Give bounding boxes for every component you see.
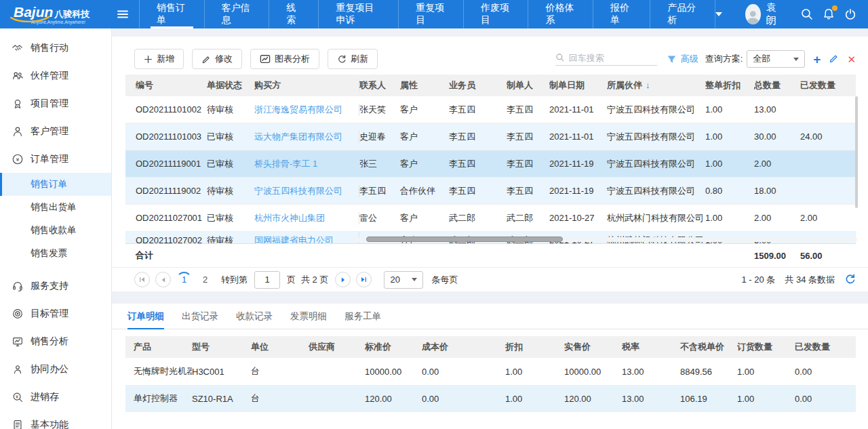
col-header[interactable]: 总数量: [754, 79, 800, 91]
prev-page-button[interactable]: [155, 272, 171, 287]
sidebar-item-sales-action[interactable]: 销售行动: [0, 34, 111, 62]
tab-shipment-record[interactable]: 出货记录: [182, 310, 218, 329]
col-header[interactable]: 已发数量: [800, 79, 856, 91]
page-size-select[interactable]: 20: [384, 271, 423, 289]
goto-page-input[interactable]: [254, 271, 280, 289]
filter-funnel-icon[interactable]: [667, 54, 677, 64]
first-page-icon: [138, 276, 146, 283]
col-header[interactable]: 联系人: [359, 79, 400, 91]
tab-order-detail[interactable]: 订单明细: [127, 310, 164, 329]
last-page-button[interactable]: [356, 272, 372, 287]
page-number[interactable]: 2: [197, 272, 213, 287]
sidebar-item-sales-order[interactable]: 销售订单: [0, 173, 111, 196]
scheme-select[interactable]: 全部: [747, 50, 805, 68]
col-header-sorted[interactable]: 所属伙伴↓: [607, 79, 705, 91]
sidebar-item-service-support[interactable]: 服务支持: [0, 272, 111, 300]
order-row[interactable]: OD20211027001已审核杭州市火神山集团雷公客户武二郎武二郎2021-1…: [125, 205, 856, 232]
col-header[interactable]: 属性: [400, 79, 449, 91]
nav-tab-quotation[interactable]: 报价单: [593, 0, 650, 28]
user-avatar[interactable]: [745, 4, 761, 24]
col-header: 单位: [251, 341, 309, 353]
notification-bell-icon[interactable]: [822, 7, 835, 21]
last-page-icon: [360, 276, 368, 283]
col-header[interactable]: 编号: [125, 79, 207, 91]
sidebar-item-partner-mgmt[interactable]: 伙伴管理: [0, 62, 111, 89]
order-row-selected[interactable]: OD20211119001已审核桥头排骨-李工 1张三客户李五四李五四2021-…: [125, 150, 856, 178]
sidebar-item-sales-receipt[interactable]: 销售收款单: [0, 219, 111, 242]
next-page-icon: [340, 277, 347, 283]
nav-tab-product-analysis[interactable]: 产品分析: [650, 0, 715, 28]
medal-icon: [12, 98, 24, 110]
detail-tab-bar: 订单明细 出货记录 收款记录 发票明细 服务工单: [112, 304, 868, 329]
nav-tab-void-project[interactable]: 作废项目: [463, 0, 528, 28]
next-page-button[interactable]: [335, 272, 351, 287]
nav-tab-customer-info[interactable]: 客户信息: [204, 0, 269, 28]
col-header: 供应商: [309, 341, 365, 353]
add-button[interactable]: 新增: [134, 49, 184, 69]
page-number-current[interactable]: 1: [176, 272, 192, 287]
tab-receipt-record[interactable]: 收款记录: [236, 310, 273, 329]
sidebar-item-target-mgmt[interactable]: 目标管理: [0, 300, 111, 327]
pencil-icon: [201, 54, 211, 64]
nav-tab-leads[interactable]: 线索: [269, 0, 318, 28]
tab-invoice-detail[interactable]: 发票明细: [290, 310, 327, 329]
sidebar-item-sales-invoice[interactable]: 销售发票: [0, 242, 111, 265]
chart-analysis-button[interactable]: 图表分析: [250, 49, 319, 69]
sidebar-item-collaboration[interactable]: 协同办公: [0, 355, 111, 383]
edit-scheme-icon[interactable]: [829, 53, 839, 65]
logout-power-icon[interactable]: [844, 7, 857, 21]
tab-service-ticket[interactable]: 服务工单: [344, 310, 381, 329]
col-header: 型号: [192, 341, 251, 353]
advanced-search-link[interactable]: 高级: [681, 53, 698, 65]
pages-total: 共 2 页: [301, 274, 328, 286]
buyer-link[interactable]: 浙江海逸贸易有限公司: [254, 104, 359, 116]
first-page-button[interactable]: [134, 272, 150, 287]
sidebar-item-order-mgmt[interactable]: ¥ 订单管理: [0, 145, 111, 173]
nav-tab-sales-order[interactable]: 销售订单: [139, 0, 204, 28]
sidebar-item-basic-functions[interactable]: 基本功能: [0, 411, 111, 429]
delete-scheme-icon[interactable]: ✕: [847, 54, 856, 64]
sidebar-item-customer-mgmt[interactable]: 客户管理: [0, 117, 111, 145]
search-input[interactable]: [569, 53, 650, 63]
more-tabs-caret-icon[interactable]: [715, 12, 722, 16]
col-header[interactable]: 购买方: [254, 79, 359, 91]
nav-tab-dup-project-appeal[interactable]: 重复项目申诉: [318, 0, 398, 28]
sidebar-item-sales-shipment[interactable]: 销售出货单: [0, 196, 111, 219]
buyer-link[interactable]: 杭州市火神山集团: [254, 212, 359, 224]
reload-list-icon[interactable]: [844, 273, 856, 287]
nav-tab-dup-project[interactable]: 重复项目: [398, 0, 463, 28]
detail-row[interactable]: 单灯控制器SZ10-R1A台120.000.001.00120.0013.001…: [125, 385, 856, 412]
order-row[interactable]: OD20211119002待审核宁波五四科技有限公司李五四合作伙伴李五四李五四2…: [125, 178, 856, 205]
buyer-link[interactable]: 桥头排骨-李工 1: [254, 158, 359, 170]
order-row[interactable]: OD20211101002待审核浙江海逸贸易有限公司张天笑客户李五四李五四202…: [125, 96, 856, 123]
nav-tab-price-system[interactable]: 价格体系: [528, 0, 593, 28]
scheme-label: 查询方案:: [705, 53, 743, 65]
goto-suffix: 页: [287, 274, 296, 286]
user-name[interactable]: 袁朗: [766, 1, 782, 27]
col-header[interactable]: 业务员: [449, 79, 507, 91]
add-scheme-icon[interactable]: +: [813, 53, 821, 66]
horizontal-scrollbar-thumb[interactable]: [366, 237, 563, 242]
total-quantity: 1509.00: [754, 251, 800, 261]
order-row[interactable]: OD20211101003已审核远大物产集团有限公司史迎春客户李五四李五四202…: [125, 123, 856, 150]
refresh-button[interactable]: 刷新: [328, 49, 378, 69]
col-header[interactable]: 制单人: [507, 79, 549, 91]
brand-logo[interactable]: Bajun 八骏科技 Anyone,Anytime,Anywhere!: [0, 0, 112, 28]
buyer-link[interactable]: 国网福建省电力公司: [254, 232, 359, 243]
search-icon[interactable]: [800, 7, 814, 21]
vertical-scrollbar-thumb[interactable]: [855, 96, 858, 208]
buyer-link[interactable]: 远大物产集团有限公司: [254, 131, 359, 143]
buyer-link[interactable]: 宁波五四科技有限公司: [254, 185, 359, 197]
sidebar-item-inventory[interactable]: ¥ 进销存: [0, 383, 111, 411]
detail-row[interactable]: 无悔牌时光机器H3C001台10000.000.001.0010000.0013…: [125, 358, 856, 385]
col-header: 税率: [622, 341, 680, 353]
col-header[interactable]: 单据状态: [207, 79, 254, 91]
col-header[interactable]: 整单折扣: [705, 79, 754, 91]
record-range: 1 - 20 条: [741, 274, 775, 286]
sort-desc-icon[interactable]: ↓: [646, 80, 650, 90]
col-header[interactable]: 制单日期: [549, 79, 607, 91]
sidebar-item-project-mgmt[interactable]: 项目管理: [0, 89, 111, 117]
sidebar-item-sales-analysis[interactable]: 销售分析: [0, 327, 111, 355]
menu-toggle-icon[interactable]: [112, 0, 139, 28]
edit-button[interactable]: 修改: [192, 49, 242, 69]
